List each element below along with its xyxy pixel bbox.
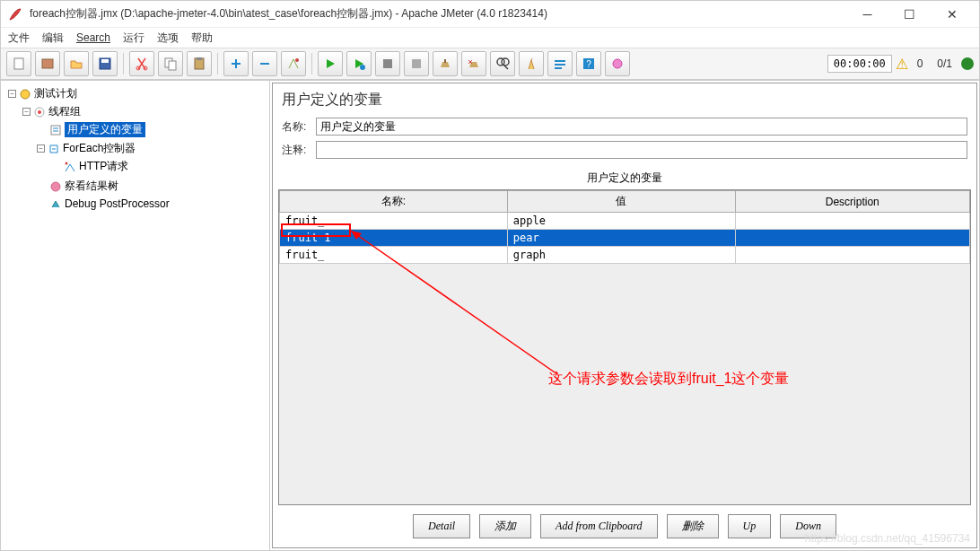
svg-marker-30 [351, 231, 362, 240]
svg-rect-0 [14, 58, 23, 69]
svg-rect-1 [42, 59, 53, 68]
svg-rect-7 [169, 61, 176, 70]
status-indicator-icon [961, 57, 974, 70]
svg-line-29 [351, 231, 557, 374]
svg-point-16 [502, 58, 509, 66]
add-button[interactable]: 添加 [479, 514, 531, 538]
save-button[interactable] [92, 51, 118, 76]
window-title: foreach控制器.jmx (D:\apache-jmeter-4.0\bin… [30, 6, 847, 22]
svg-rect-9 [197, 57, 202, 60]
help-button[interactable]: ? [576, 51, 601, 76]
tree-toggle[interactable]: − [22, 108, 31, 116]
tree-foreach[interactable]: ForEach控制器 [63, 141, 136, 156]
tree-uservars[interactable]: 用户定义的变量 [65, 122, 145, 137]
new-button[interactable] [6, 51, 31, 76]
titlebar: foreach控制器.jmx (D:\apache-jmeter-4.0\bin… [1, 1, 979, 28]
name-input[interactable] [316, 118, 967, 136]
listener-icon [49, 180, 62, 193]
stop-button[interactable] [375, 51, 400, 76]
tree-threadgroup[interactable]: 线程组 [48, 104, 81, 119]
svg-point-11 [360, 65, 365, 70]
svg-rect-3 [101, 59, 109, 63]
menu-file[interactable]: 文件 [8, 31, 30, 46]
templates-button[interactable] [35, 51, 60, 76]
svg-rect-18 [555, 64, 565, 66]
cut-button[interactable] [129, 51, 154, 76]
menubar: 文件 编辑 Search 运行 选项 帮助 [1, 28, 979, 48]
clear-all-button[interactable] [461, 51, 486, 76]
section-label: 用户定义的变量 [273, 167, 976, 188]
open-button[interactable] [64, 51, 89, 76]
annotation-text: 这个请求参数会读取到fruit_1这个变量 [548, 370, 789, 389]
start-no-timers-button[interactable] [346, 51, 372, 76]
svg-point-22 [613, 59, 622, 68]
menu-search[interactable]: Search [76, 31, 110, 44]
start-button[interactable] [318, 51, 343, 76]
minimize-button[interactable]: ─ [847, 2, 888, 27]
threadgroup-icon [33, 106, 46, 118]
svg-point-25 [38, 110, 41, 114]
panel-title: 用户定义的变量 [273, 83, 976, 115]
tree-debug[interactable]: Debug PostProcessor [65, 197, 170, 210]
timer-display: 00:00:00 [827, 55, 892, 73]
svg-rect-13 [412, 59, 421, 68]
menu-run[interactable]: 运行 [123, 31, 144, 46]
main-panel: 用户定义的变量 名称: 注释: 用户定义的变量 名称: 值 Descriptio… [272, 83, 977, 548]
up-button[interactable]: Up [728, 514, 772, 538]
warning-icon[interactable]: ⚠ [896, 56, 908, 73]
svg-point-10 [295, 58, 299, 62]
close-button[interactable]: ✕ [932, 2, 972, 27]
function-button[interactable] [547, 51, 573, 76]
copy-button[interactable] [158, 51, 183, 76]
config-icon [49, 124, 62, 136]
collapse-button[interactable] [252, 51, 277, 76]
clear-button[interactable] [433, 51, 458, 76]
variables-grid[interactable]: 名称: 值 Description fruit_apple fruit 1pea… [278, 189, 971, 505]
svg-rect-12 [383, 59, 392, 68]
name-label: 名称: [282, 119, 311, 135]
svg-text:?: ? [586, 59, 591, 69]
testplan-icon [19, 88, 31, 101]
maximize-button[interactable]: ☐ [889, 2, 930, 27]
svg-point-27 [66, 162, 68, 164]
tree-toggle[interactable]: − [37, 144, 45, 153]
content-area: −测试计划 −线程组 用户定义的变量 −ForEach控制器 HTTP请求 [1, 80, 979, 550]
detail-button[interactable]: Detail [413, 514, 470, 538]
button-row: Detail 添加 Add from Clipboard 删除 Up Down [273, 507, 976, 547]
toolbar: ? 00:00:00 ⚠ 0 0/1 [1, 48, 979, 80]
search-button[interactable] [490, 51, 515, 76]
comment-input[interactable] [316, 141, 967, 159]
annotation-arrow [351, 231, 566, 383]
expand-button[interactable] [223, 51, 249, 76]
add-clipboard-button[interactable]: Add from Clipboard [540, 514, 657, 538]
delete-button[interactable]: 删除 [667, 514, 719, 538]
tree-panel[interactable]: −测试计划 −线程组 用户定义的变量 −ForEach控制器 HTTP请求 [1, 81, 270, 550]
templates2-button[interactable] [605, 51, 630, 76]
svg-rect-17 [555, 60, 565, 62]
col-desc[interactable]: Description [735, 191, 969, 213]
tree-http[interactable]: HTTP请求 [79, 159, 128, 174]
menu-edit[interactable]: 编辑 [42, 31, 64, 46]
tree-toggle[interactable]: − [8, 90, 16, 98]
svg-point-23 [21, 90, 30, 99]
app-window: foreach控制器.jmx (D:\apache-jmeter-4.0\bin… [0, 0, 980, 551]
controller-icon [48, 143, 60, 155]
down-button[interactable]: Down [780, 514, 836, 538]
toggle-button[interactable] [281, 51, 306, 76]
svg-rect-26 [51, 126, 60, 135]
tree-testplan[interactable]: 测试计划 [34, 86, 77, 101]
postprocessor-icon [49, 197, 62, 210]
app-icon [8, 7, 22, 22]
menu-options[interactable]: 选项 [157, 31, 179, 46]
comment-label: 注释: [282, 143, 311, 158]
col-value[interactable]: 值 [507, 191, 735, 213]
table-row[interactable]: fruit_apple [280, 213, 970, 230]
svg-rect-19 [555, 67, 562, 69]
shutdown-button[interactable] [404, 51, 429, 76]
error-count: 0 [917, 57, 923, 70]
reset-search-button[interactable] [519, 51, 544, 76]
col-name[interactable]: 名称: [280, 191, 508, 213]
tree-results[interactable]: 察看结果树 [65, 179, 118, 194]
paste-button[interactable] [187, 51, 212, 76]
menu-help[interactable]: 帮助 [191, 31, 213, 46]
